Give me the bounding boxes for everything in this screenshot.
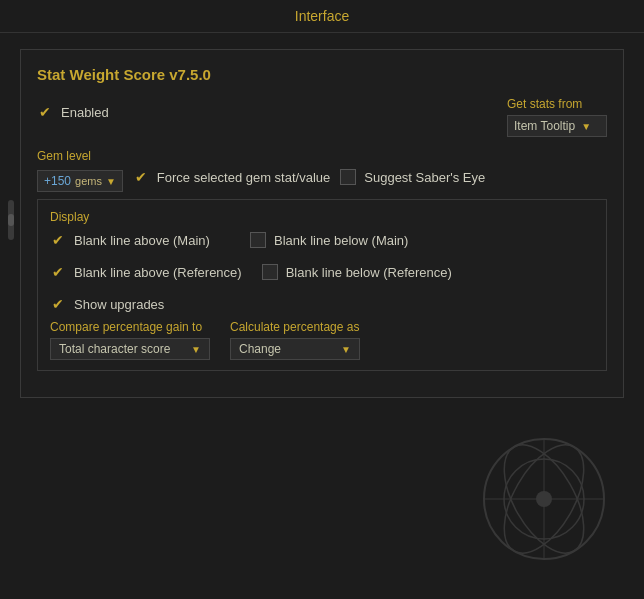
sabers-eye-label: Suggest Saber's Eye <box>364 170 485 185</box>
svg-point-6 <box>536 491 552 507</box>
display-title: Display <box>50 210 594 224</box>
calculate-col: Calculate percentage as Change ▼ <box>230 320 360 360</box>
calculate-dropdown-arrow: ▼ <box>341 344 351 355</box>
gem-row: +150 gems ▼ ✔ Force selected gem stat/va… <box>37 169 607 193</box>
gem-level-label: Gem level <box>37 149 607 163</box>
show-upgrades-label: Show upgrades <box>74 297 164 312</box>
top-bar: Interface <box>0 0 644 33</box>
compare-col: Compare percentage gain to Total charact… <box>50 320 210 360</box>
calculate-dropdown[interactable]: Change ▼ <box>230 338 360 360</box>
top-bar-title: Interface <box>295 8 349 24</box>
blank-above-main-row: ✔ Blank line above (Main) <box>50 232 230 248</box>
get-stats-from-label: Get stats from <box>507 97 582 111</box>
gem-level-section: Gem level +150 gems ▼ ✔ Force selected g… <box>37 149 607 193</box>
force-gem-row: ✔ Force selected gem stat/value <box>133 169 330 185</box>
enabled-row: ✔ Enabled <box>37 104 109 120</box>
get-stats-dropdown-arrow: ▼ <box>581 121 591 132</box>
show-upgrades-checkbox[interactable]: ✔ <box>50 296 66 312</box>
scrollbar[interactable] <box>8 200 14 240</box>
gem-value: +150 <box>44 174 71 188</box>
show-upgrades-row: ✔ Show upgrades <box>50 296 594 312</box>
force-gem-checkbox[interactable]: ✔ <box>133 169 149 185</box>
display-section: Display ✔ Blank line above (Main) Blank … <box>37 199 607 371</box>
page-background: Interface Stat Weight Score v7.5.0 ✔ Ena… <box>0 0 644 599</box>
calculate-value: Change <box>239 342 281 356</box>
gem-dropdown-arrow: ▼ <box>106 176 116 187</box>
blank-below-main-checkbox[interactable] <box>250 232 266 248</box>
blank-below-ref-checkbox[interactable] <box>262 264 278 280</box>
panel-title: Stat Weight Score v7.5.0 <box>37 66 607 83</box>
enabled-label: Enabled <box>61 105 109 120</box>
blank-below-ref-label: Blank line below (Reference) <box>286 265 452 280</box>
blank-above-ref-row: ✔ Blank line above (Reference) <box>50 264 242 280</box>
get-stats-from-dropdown[interactable]: Item Tooltip ▼ <box>507 115 607 137</box>
enabled-checkbox[interactable]: ✔ <box>37 104 53 120</box>
gem-value-dropdown[interactable]: +150 gems ▼ <box>37 170 123 192</box>
sabers-eye-row: Suggest Saber's Eye <box>340 169 485 185</box>
blank-above-main-label: Blank line above (Main) <box>74 233 210 248</box>
bg-decoration-icon <box>464 419 624 579</box>
blank-above-ref-label: Blank line above (Reference) <box>74 265 242 280</box>
compare-dropdown[interactable]: Total character score ▼ <box>50 338 210 360</box>
compare-value: Total character score <box>59 342 170 356</box>
blank-below-ref-row: Blank line below (Reference) <box>262 264 452 280</box>
blank-above-ref-checkbox[interactable]: ✔ <box>50 264 66 280</box>
compare-dropdown-arrow: ▼ <box>191 344 201 355</box>
main-panel: Stat Weight Score v7.5.0 ✔ Enabled Get s… <box>20 49 624 398</box>
blank-below-main-row: Blank line below (Main) <box>250 232 408 248</box>
blank-above-main-checkbox[interactable]: ✔ <box>50 232 66 248</box>
force-gem-label: Force selected gem stat/value <box>157 170 330 185</box>
sabers-eye-checkbox[interactable] <box>340 169 356 185</box>
compare-section: Compare percentage gain to Total charact… <box>50 320 594 360</box>
gems-label: gems <box>75 175 102 187</box>
get-stats-from-value: Item Tooltip <box>514 119 575 133</box>
compare-label: Compare percentage gain to <box>50 320 210 334</box>
calculate-label: Calculate percentage as <box>230 320 360 334</box>
blank-below-main-label: Blank line below (Main) <box>274 233 408 248</box>
